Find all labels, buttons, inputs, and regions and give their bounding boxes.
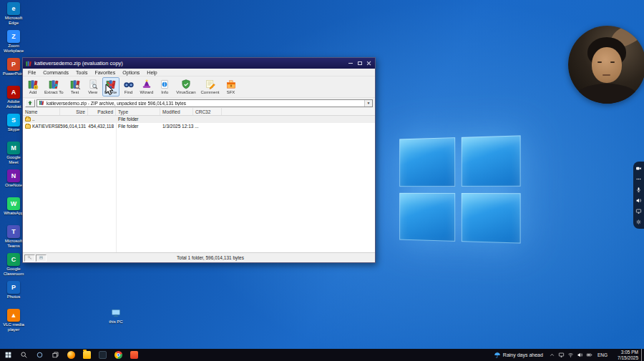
taskbar-icon-task-view[interactable]: [47, 349, 63, 361]
desktop-icon-edge[interactable]: e Microsoft Edge: [1, 2, 26, 28]
menu-item[interactable]: Tools: [72, 70, 91, 75]
side-tool-camera[interactable]: [635, 165, 642, 172]
toolbar-button-info[interactable]: Info: [156, 77, 173, 97]
app-icon: Z: [7, 30, 20, 43]
app-icon-glyph: e: [11, 6, 15, 12]
column-header[interactable]: Size: [60, 108, 88, 115]
file-name: KATIEVERSE: [32, 124, 60, 129]
file-list[interactable]: .. File folder KATIEVERSE 596,014,131 45…: [23, 116, 375, 253]
toolbar-button-icon: [69, 79, 81, 90]
toolbar-button-virus[interactable]: VirusScan: [174, 77, 197, 97]
windows-logo-wallpaper: [399, 135, 520, 243]
language-indicator[interactable]: ENG: [594, 352, 611, 357]
toolbar-button-add[interactable]: Add: [24, 77, 42, 97]
taskbar-weather[interactable]: Rainy days ahead: [489, 349, 547, 361]
toolbar-button-label: SFX: [227, 90, 235, 95]
status-key-cell: [24, 254, 35, 262]
side-tool-display[interactable]: [635, 208, 642, 214]
taskbar-icon-chrome[interactable]: [110, 349, 126, 361]
close-button[interactable]: [364, 59, 374, 67]
toolbar-button-icon: [225, 79, 237, 90]
file-name: ..: [32, 117, 35, 122]
this-pc-icon: [109, 307, 123, 319]
app-icon: W: [7, 197, 20, 210]
taskbar-icon-firefox[interactable]: [63, 349, 79, 361]
side-tool-settings[interactable]: [635, 219, 642, 225]
column-header[interactable]: Modified: [160, 108, 193, 115]
column-header[interactable]: Packed: [88, 108, 116, 115]
tray-icon-network[interactable]: [566, 349, 575, 361]
tray-icon-display[interactable]: [557, 349, 566, 361]
taskbar-icon-cortana[interactable]: [31, 349, 47, 361]
file-name-cell: ..: [23, 117, 60, 122]
system-tray: [547, 349, 594, 361]
menu-item[interactable]: Options: [119, 70, 143, 75]
app-icon-glyph: T: [11, 229, 16, 235]
webcam-overlay: [568, 26, 644, 104]
app-chip-icon: [99, 351, 107, 359]
address-combobox[interactable]: katieversedemo.zip - ZIP archive, unpack…: [36, 99, 373, 107]
toolbar-button-label: Info: [161, 90, 168, 95]
up-directory-button[interactable]: [25, 99, 35, 107]
menu-item[interactable]: File: [24, 70, 39, 75]
app-icon: C: [7, 253, 20, 266]
toolbar-button-delete[interactable]: Delete: [102, 77, 119, 97]
app-icon: A: [7, 86, 20, 99]
column-header[interactable]: Name: [23, 108, 60, 115]
taskbar-clock[interactable]: 3:05 PM 7/15/2025: [611, 350, 641, 360]
taskbar-icon-brave[interactable]: [126, 349, 142, 361]
toolbar-button-wizard[interactable]: Wizard: [138, 77, 156, 97]
column-header[interactable]: CRC32: [193, 108, 222, 115]
menu-item[interactable]: Help: [143, 70, 160, 75]
taskbar-icon-file-explorer[interactable]: [79, 349, 94, 361]
winrar-titlebar[interactable]: katieversedemo.zip (evaluation copy): [23, 58, 375, 69]
app-icon-glyph: M: [11, 145, 16, 152]
tray-icon-battery[interactable]: [585, 349, 594, 361]
toolbar-button-sfx[interactable]: SFX: [223, 77, 240, 97]
tray-icon-volume[interactable]: [575, 349, 585, 361]
desktop-icon-this-pc[interactable]: this PC: [103, 307, 129, 325]
tray-icon-glyph: [558, 352, 565, 358]
maximize-button[interactable]: [355, 59, 364, 67]
show-desktop-button[interactable]: [641, 349, 644, 361]
tray-icon-hidden-icons[interactable]: [547, 349, 557, 361]
app-icon-glyph: P: [11, 285, 16, 291]
taskbar-icon-start[interactable]: [0, 349, 16, 361]
side-tool-speaker[interactable]: [635, 197, 642, 204]
folder-icon: [25, 124, 31, 129]
toolbar-button-extract[interactable]: Extract To: [42, 77, 66, 97]
desktop-icon-vlc[interactable]: ▲ VLC media player: [1, 309, 26, 335]
toolbar-button-view[interactable]: View: [84, 77, 102, 97]
folder-icon: [25, 117, 31, 122]
file-row[interactable]: KATIEVERSE 596,014,131 454,432,118 File …: [23, 123, 375, 130]
app-icon: ▲: [7, 309, 20, 322]
toolbar-button-icon: [123, 79, 135, 90]
column-header[interactable]: Type: [116, 108, 160, 115]
menu-item[interactable]: Favorites: [91, 70, 119, 75]
desktop-icon-zoom[interactable]: Z Zoom Workplace: [1, 30, 26, 56]
system-icon: [20, 351, 28, 359]
menu-item[interactable]: Commands: [39, 70, 72, 75]
app-icon-glyph: ▲: [11, 312, 17, 319]
toolbar-button-test[interactable]: Test: [67, 77, 84, 97]
file-row[interactable]: .. File folder: [23, 116, 375, 123]
toolbar-button-find[interactable]: Find: [120, 77, 137, 97]
taskbar-icon-search[interactable]: [16, 349, 31, 361]
desktop-icon-photos[interactable]: P Photos: [1, 281, 26, 307]
status-disk-cell: [36, 254, 47, 262]
desktop-icon-label: Microsoft Edge: [1, 16, 26, 25]
toolbar-button-comment[interactable]: Comment: [199, 77, 222, 97]
side-tool-more-options[interactable]: [635, 176, 642, 182]
clock-time: 3:05 PM: [611, 350, 638, 355]
taskbar-icon-terminal[interactable]: [94, 349, 110, 361]
app-icon: T: [7, 225, 20, 238]
status-total-text: Total 1 folder, 596,014,131 bytes: [47, 255, 374, 260]
app-icon-glyph: Z: [11, 34, 16, 40]
address-dropdown-arrow[interactable]: ▼: [364, 100, 372, 107]
minimize-button[interactable]: [346, 59, 355, 67]
winrar-menubar: FileCommandsToolsFavoritesOptionsHelp: [23, 69, 375, 76]
tray-icon-glyph: [549, 352, 555, 358]
side-tool-icon: [635, 176, 642, 182]
side-tool-icon: [635, 219, 642, 225]
side-tool-microphone[interactable]: [635, 187, 642, 193]
